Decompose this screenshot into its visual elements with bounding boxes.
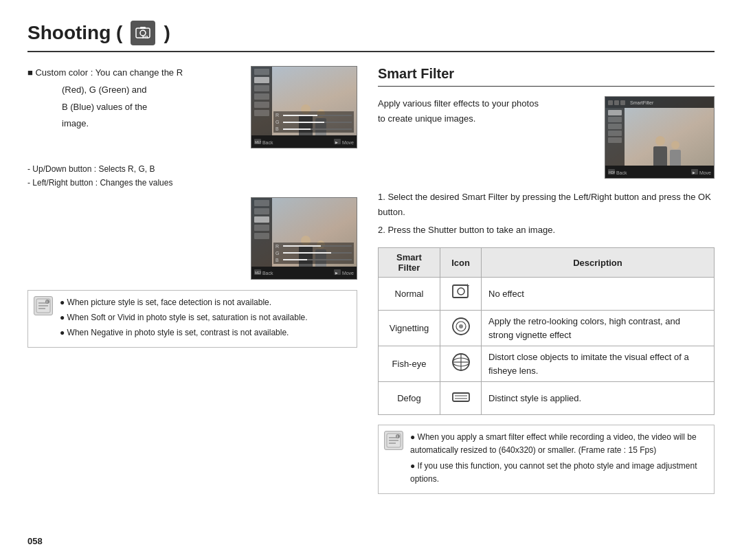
slider-label-b: B — [276, 126, 281, 131]
sf-cam-label: SmartFilter — [630, 100, 653, 105]
note-left-bullet1: ● When picture style is set, face detect… — [60, 296, 308, 309]
updown-text: - Up/Down button : Selects R, G, B - Lef… — [27, 162, 357, 190]
updown-line2: - Left/Right button : Changes the values — [27, 176, 357, 190]
person-sf-2 — [670, 141, 681, 166]
filter-name-defog: Defog — [379, 382, 440, 415]
smart-filter-table: Smart Filter Icon Description Normal — [378, 247, 715, 415]
sf-cam-move: ▶ Move — [691, 169, 711, 175]
page: Shooting ( Fn ) ■ Custom color : You can… — [0, 0, 742, 560]
page-header: Shooting ( Fn ) — [27, 21, 715, 52]
filter-desc-defog: Distinct style is applied. — [482, 382, 715, 415]
svg-point-27 — [459, 324, 463, 328]
cam-sidebar-item-2 — [254, 77, 269, 83]
filter-icon-normal: + — [440, 278, 482, 311]
filter-desc-vignetting: Apply the retro-looking colors, high con… — [482, 311, 715, 346]
steps-text: 1. Select the desired Smart Filter by pr… — [378, 190, 715, 238]
slider-track2-r — [283, 245, 352, 247]
svg-rect-2 — [140, 27, 146, 29]
sf-dot-3 — [620, 100, 625, 105]
svg-point-23 — [458, 288, 464, 295]
filter-desc-fisheye: Distort close objects to imitate the vis… — [482, 346, 715, 382]
svg-text:▶: ▶ — [335, 271, 338, 275]
note-icon-left: i — [34, 296, 53, 315]
cam-slider-row-2: G — [276, 120, 352, 124]
slider-label2-g: G — [276, 251, 281, 256]
sf-sidebar-item-2 — [608, 117, 622, 122]
filter-icon-fisheye — [440, 346, 482, 382]
cam-sidebar-item2-1 — [254, 200, 269, 206]
sf-cam-dots — [608, 100, 625, 105]
cam-bottom-bar-2: MENU Back ▶ Move — [251, 267, 357, 279]
page-number: 058 — [27, 536, 715, 546]
note-right-bullet1: ● When you apply a smart filter effect w… — [410, 431, 708, 457]
custom-color-line2: (Red), G (Green) and — [27, 83, 240, 98]
note-icon-right: i — [384, 431, 403, 450]
cam-slider-row-3: B — [276, 126, 352, 131]
filter-icon-vignetting — [440, 311, 482, 346]
sf-sidebar-item-4 — [608, 131, 622, 136]
sf-dot-2 — [614, 100, 619, 105]
note-box-right: i ● When you apply a smart filter effect… — [378, 425, 715, 494]
svg-text:MENU: MENU — [255, 271, 261, 275]
custom-color-line3: B (Blue) values of the — [27, 100, 240, 115]
filter-desc-normal: No effect — [482, 278, 715, 311]
slider-label-r: R — [276, 113, 281, 117]
col-description-header: Description — [482, 248, 715, 278]
slider-label2-r: R — [276, 244, 281, 249]
updown-line1: - Up/Down button : Selects R, G, B — [27, 162, 357, 176]
cam-sidebar-item2-2 — [254, 208, 269, 214]
sf-sidebar-item-1 — [608, 110, 622, 115]
note-text-left: ● When picture style is set, face detect… — [60, 296, 308, 342]
cam-sidebar-item-3 — [254, 85, 269, 91]
slider-label-g: G — [276, 120, 281, 124]
custom-color-line4: image. — [27, 117, 240, 131]
filter-name-vignetting: Vignetting — [379, 311, 440, 346]
slider-label2-b: B — [276, 258, 281, 262]
cam-bottom-bar-1: MENU Back ▶ Move — [251, 135, 357, 148]
cam-sidebar-item2-4 — [254, 225, 269, 231]
cam-sliders-1: R G B — [273, 111, 354, 133]
cam-sidebar-1 — [251, 67, 272, 135]
person-head-sf-2 — [671, 141, 679, 149]
title-suffix: ) — [164, 22, 170, 44]
table-row: Normal + No effect — [379, 278, 715, 311]
shooting-mode-icon: Fn — [131, 21, 155, 45]
slider-track-b — [283, 128, 352, 130]
sf-cam-bottombar: HDMI Back ▶ Move — [605, 166, 714, 178]
step-2: 2. Press the Shutter button to take an i… — [378, 223, 715, 238]
cam-move-label: ▶ Move — [334, 139, 354, 145]
cam-back-label: MENU Back — [254, 139, 273, 145]
svg-text:+: + — [466, 282, 469, 289]
sf-cam-sidebar — [605, 108, 625, 166]
smart-filter-camera: SmartFilter HDMI Back — [605, 96, 715, 179]
intro-line2: to create unique images. — [378, 111, 594, 126]
sf-dot-1 — [608, 100, 613, 105]
left-column: ■ Custom color : You can change the R (R… — [27, 66, 357, 522]
filter-name-normal: Normal — [379, 278, 440, 311]
slider-track2-b — [283, 259, 352, 260]
note-right-bullet2: ● If you use this function, you cannot s… — [410, 460, 708, 486]
sf-sidebar-item-3 — [608, 124, 622, 129]
cam-sidebar-item-4 — [254, 93, 269, 100]
custom-color-line1: ■ Custom color : You can change the R — [27, 66, 240, 80]
cam-sidebar-item-1 — [254, 69, 269, 75]
person-head-sf-1 — [655, 136, 665, 146]
filter-name-fisheye: Fish-eye — [379, 346, 440, 382]
table-row: Vignetting Apply the retro-looking color… — [379, 311, 715, 346]
cam-sidebar-item-5 — [254, 102, 269, 108]
cam-slider-row2-1: R — [276, 244, 352, 249]
sf-sidebar-item-5 — [608, 137, 622, 143]
cam-move-label-2: ▶ Move — [334, 269, 354, 276]
col-smart-filter-header: Smart Filter — [379, 248, 440, 278]
smart-filter-intro: Apply various filter effects to your pho… — [378, 96, 715, 179]
col-icon-header: Icon — [440, 248, 482, 278]
custom-color-section: ■ Custom color : You can change the R (R… — [27, 66, 357, 148]
smart-filter-title: Smart Filter — [378, 66, 715, 87]
svg-rect-32 — [453, 393, 469, 401]
camera-screen-2: R G B MENU — [251, 197, 357, 280]
person-body-sf-1 — [653, 146, 667, 166]
slider-track-g — [283, 122, 352, 123]
intro-text: Apply various filter effects to your pho… — [378, 96, 594, 179]
second-camera-row: R G B MENU — [27, 197, 357, 280]
svg-text:MENU: MENU — [255, 139, 261, 144]
